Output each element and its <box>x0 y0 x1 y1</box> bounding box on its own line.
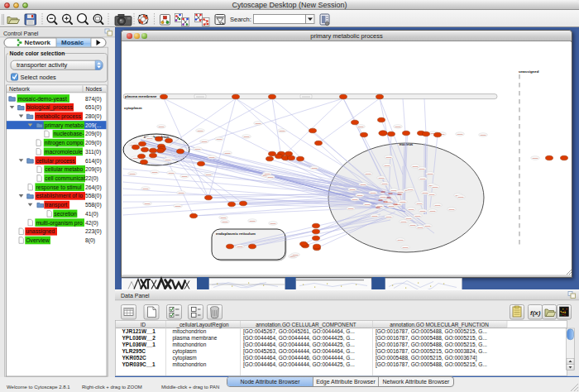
svg-text:cytoplasm: cytoplasm <box>124 106 142 110</box>
svg-text:Mosaic: Mosaic <box>61 39 84 46</box>
svg-text:plasma membrane: plasma membrane <box>173 335 218 342</box>
svg-text:Data Panel: Data Panel <box>121 293 150 299</box>
svg-text:[GO:0016787, GO:0005488, GO:00: [GO:0016787, GO:0005488, GO:0005215, G..… <box>376 342 487 348</box>
svg-text:unassigned: unassigned <box>519 69 539 74</box>
svg-text:264(0): 264(0) <box>85 184 102 191</box>
svg-text:_cellularLayoutRegion: _cellularLayoutRegion <box>175 322 229 328</box>
svg-text:YKR052C: YKR052C <box>122 355 147 361</box>
svg-text:209(0): 209(0) <box>85 131 102 137</box>
svg-text:[GO:0016787, GO:0005488, GO:00: [GO:0016787, GO:0005488, GO:0005215, G..… <box>376 328 487 335</box>
svg-text:8(0): 8(0) <box>85 237 95 244</box>
svg-text:558(0): 558(0) <box>85 193 102 199</box>
svg-text:614(0): 614(0) <box>85 158 102 165</box>
svg-text:endoplasmic reticulum: endoplasmic reticulum <box>216 232 256 236</box>
svg-text:209(...: 209(... <box>85 122 101 129</box>
svg-text:transport: transport <box>45 202 67 208</box>
svg-text:mitochondrion: mitochondrion <box>173 361 207 367</box>
svg-text:annotation.GO CELLULAR_COMPONE: annotation.GO CELLULAR_COMPONENT <box>256 322 356 328</box>
svg-text:cytoplasm: cytoplasm <box>173 348 197 355</box>
svg-text:41(0): 41(0) <box>85 211 98 218</box>
svg-text:[GO:0044464, GO:0044444, GO:00: [GO:0044464, GO:0044444, GO:0044425, G..… <box>243 335 355 342</box>
svg-text:secretion: secretion <box>54 211 77 217</box>
svg-text:[GO:0016787, GO:0005488, GO:00: [GO:0016787, GO:0005488, GO:0005215, G..… <box>376 361 487 368</box>
svg-text:biological_process: biological_process <box>26 104 74 111</box>
svg-text:[GO:0045263, GO:0044444, GO:00: [GO:0045263, GO:0044444, GO:0044464, G..… <box>243 348 355 355</box>
svg-text:ID: ID <box>141 322 146 327</box>
svg-text:cytoplasm: cytoplasm <box>173 355 197 361</box>
svg-text:223(0): 223(0) <box>85 228 102 235</box>
svg-text:YDR039C__1: YDR039C__1 <box>122 361 156 367</box>
svg-text:[GO:0016787, GO:0005215, GO:00: [GO:0016787, GO:0005215, GO:0003824, G..… <box>376 348 487 355</box>
svg-text:558(0): 558(0) <box>85 202 102 208</box>
svg-text:651(0): 651(0) <box>85 104 102 111</box>
svg-text:mosaic-demo-yeast: mosaic-demo-yeast <box>18 96 67 103</box>
svg-text:Search:: Search: <box>230 16 251 23</box>
svg-text:metabolic process: metabolic process <box>36 113 81 120</box>
svg-text:annotation.GO MOLECULAR_FUNCTI: annotation.GO MOLECULAR_FUNCTION <box>390 322 489 328</box>
svg-text:22(0): 22(0) <box>85 175 98 182</box>
svg-text:multi-organism pro: multi-organism pro <box>36 220 82 227</box>
svg-text:cellular metabo: cellular metabo <box>45 166 83 172</box>
svg-text:[GO:0045267, GO:0045261, GO:00: [GO:0045267, GO:0045261, GO:0044464, G..… <box>243 328 355 335</box>
svg-text:[GO:0016787, GO:0005488, GO:00: [GO:0016787, GO:0005488, GO:0005215, G..… <box>376 335 487 342</box>
svg-text:nucleus: nucleus <box>400 142 414 146</box>
svg-text:primary metabo: primary metabo <box>45 122 84 129</box>
svg-text:nucleobase-: nucleobase- <box>54 131 84 136</box>
svg-text:[GO:0044464, GO:0044446, GO:00: [GO:0044464, GO:0044446, GO:0044444, G..… <box>243 355 355 361</box>
svg-text:YPL036W__2: YPL036W__2 <box>122 335 156 341</box>
svg-text:[GO:0044464, GO:0044444, GO:00: [GO:0044464, GO:0044444, GO:0044425, G..… <box>243 361 355 368</box>
svg-text:Overview: Overview <box>26 237 49 243</box>
svg-text:mitochondrion: mitochondrion <box>173 328 207 334</box>
svg-text:Network: Network <box>9 86 31 92</box>
svg-text:f(x): f(x) <box>530 309 541 317</box>
svg-text:YJR121W__1: YJR121W__1 <box>122 328 156 334</box>
svg-text:[GO:0044464, GO:0044444, GO:00: [GO:0044464, GO:0044444, GO:0044425, G..… <box>243 342 355 348</box>
svg-text:[GO:0005488, GO:0005215, GO:00: [GO:0005488, GO:0005215, GO:0003674] <box>376 355 477 361</box>
svg-text:transporter activity: transporter activity <box>17 61 68 69</box>
svg-text:YPL036W__1: YPL036W__1 <box>122 342 156 347</box>
svg-text:Select nodes: Select nodes <box>21 74 57 81</box>
svg-text:874(0): 874(0) <box>85 96 102 103</box>
svg-text:cell communicat: cell communicat <box>45 175 85 181</box>
svg-text:plasma membrane: plasma membrane <box>125 94 157 98</box>
svg-text:YLR295C: YLR295C <box>122 348 146 354</box>
svg-text:280(0): 280(0) <box>85 113 102 120</box>
svg-text:311(0): 311(0) <box>85 149 101 155</box>
svg-text:macromolecule: macromolecule <box>45 149 83 155</box>
svg-text:42(0): 42(0) <box>85 220 98 227</box>
svg-text:unassigned: unassigned <box>26 228 55 235</box>
svg-text:Node color selection: Node color selection <box>10 50 65 56</box>
svg-text:Nodes: Nodes <box>86 86 103 92</box>
svg-text:mitochondrion: mitochondrion <box>173 342 207 347</box>
svg-text:nitrogen compo: nitrogen compo <box>45 140 84 146</box>
svg-text:establishment of lo: establishment of lo <box>36 193 83 198</box>
svg-text:209(0): 209(0) <box>85 166 102 173</box>
svg-text:response to stimul: response to stimul <box>36 184 82 191</box>
svg-text:cellular process: cellular process <box>36 158 75 165</box>
svg-text:Control Panel: Control Panel <box>3 31 39 36</box>
svg-text:209(0): 209(0) <box>85 140 102 146</box>
svg-text:Network: Network <box>25 39 51 46</box>
